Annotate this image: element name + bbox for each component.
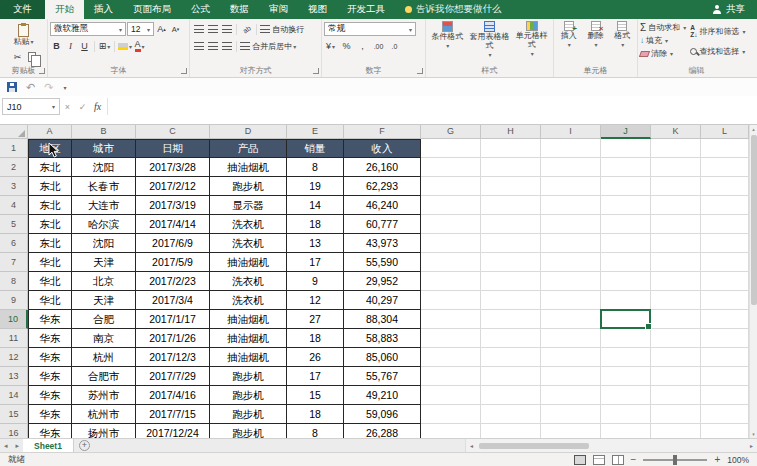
cell-D11[interactable]: 抽油烟机 (210, 329, 287, 348)
cell-J1[interactable] (601, 139, 651, 158)
cell-F2[interactable]: 26,160 (344, 158, 421, 177)
cell-H10[interactable] (481, 310, 541, 329)
cell-J16[interactable] (601, 424, 651, 438)
cell-E10[interactable]: 27 (287, 310, 344, 329)
cell-A2[interactable]: 东北 (28, 158, 72, 177)
clipboard-dialog-launcher-icon[interactable] (39, 68, 45, 74)
cell-I4[interactable] (541, 196, 601, 215)
cell-J2[interactable] (601, 158, 651, 177)
cell-K3[interactable] (651, 177, 701, 196)
cell-D12[interactable]: 抽油烟机 (210, 348, 287, 367)
cell-B14[interactable]: 苏州市 (72, 386, 136, 405)
row-header-13[interactable]: 13 (0, 367, 28, 386)
cell-styles-button[interactable]: 单元格样式▾ (513, 21, 551, 57)
column-header-G[interactable]: G (421, 125, 481, 139)
tell-me-box[interactable]: 告诉我你想要做什么 (395, 0, 512, 19)
cell-J3[interactable] (601, 177, 651, 196)
cell-G9[interactable] (421, 291, 481, 310)
cell-F12[interactable]: 85,060 (344, 348, 421, 367)
row-header-2[interactable]: 2 (0, 158, 28, 177)
scroll-down-icon[interactable]: ▾ (750, 431, 757, 437)
row-header-4[interactable]: 4 (0, 196, 28, 215)
cell-H7[interactable] (481, 253, 541, 272)
cell-I11[interactable] (541, 329, 601, 348)
cell-D7[interactable]: 抽油烟机 (210, 253, 287, 272)
cell-B9[interactable]: 天津 (72, 291, 136, 310)
cell-D4[interactable]: 显示器 (210, 196, 287, 215)
cell-A15[interactable]: 华东 (28, 405, 72, 424)
format-cells-button[interactable]: 格式▾ (609, 21, 635, 48)
column-header-I[interactable]: I (541, 125, 601, 139)
cell-E7[interactable]: 17 (287, 253, 344, 272)
cell-E4[interactable]: 14 (287, 196, 344, 215)
cell-A4[interactable]: 东北 (28, 196, 72, 215)
cell-J5[interactable] (601, 215, 651, 234)
cell-L14[interactable] (701, 386, 749, 405)
align-center-icon[interactable] (206, 39, 219, 53)
cell-F3[interactable]: 62,293 (344, 177, 421, 196)
cell-A5[interactable]: 东北 (28, 215, 72, 234)
sort-filter-button[interactable]: AZ↓排序和筛选▾ (690, 21, 745, 41)
cell-C13[interactable]: 2017/7/29 (136, 367, 210, 386)
column-header-F[interactable]: F (344, 125, 421, 139)
cell-B3[interactable]: 长春市 (72, 177, 136, 196)
cell-J7[interactable] (601, 253, 651, 272)
cell-H11[interactable] (481, 329, 541, 348)
cell-L3[interactable] (701, 177, 749, 196)
cell-F9[interactable]: 40,297 (344, 291, 421, 310)
cell-E1[interactable]: 销量 (287, 139, 344, 158)
cell-I13[interactable] (541, 367, 601, 386)
cell-A6[interactable]: 东北 (28, 234, 72, 253)
cell-D15[interactable]: 跑步机 (210, 405, 287, 424)
vertical-scroll-thumb[interactable] (751, 135, 757, 305)
cell-F15[interactable]: 59,096 (344, 405, 421, 424)
cell-B10[interactable]: 合肥 (72, 310, 136, 329)
cell-G11[interactable] (421, 329, 481, 348)
fill-button[interactable]: ↓填充▾ (640, 34, 686, 47)
number-format-combobox[interactable]: 常规▾ (324, 22, 416, 36)
cell-E8[interactable]: 9 (287, 272, 344, 291)
cell-D16[interactable]: 跑步机 (210, 424, 287, 438)
alignment-dialog-launcher-icon[interactable] (313, 68, 319, 74)
paste-button[interactable]: 粘贴▾ (13, 21, 33, 49)
wrap-text-button[interactable]: 自动换行 (260, 24, 304, 35)
page-layout-view-icon[interactable] (593, 455, 605, 465)
cell-L6[interactable] (701, 234, 749, 253)
row-header-1[interactable]: 1 (0, 139, 28, 158)
cell-I7[interactable] (541, 253, 601, 272)
cell-K16[interactable] (651, 424, 701, 438)
cell-G16[interactable] (421, 424, 481, 438)
cell-H15[interactable] (481, 405, 541, 424)
normal-view-icon[interactable] (574, 455, 586, 465)
cell-I16[interactable] (541, 424, 601, 438)
column-header-H[interactable]: H (481, 125, 541, 139)
cell-L16[interactable] (701, 424, 749, 438)
zoom-level[interactable]: 100% (727, 455, 749, 465)
cell-L12[interactable] (701, 348, 749, 367)
delete-cells-button[interactable]: × 删除▾ (583, 21, 609, 48)
cell-G14[interactable] (421, 386, 481, 405)
row-header-15[interactable]: 15 (0, 405, 28, 424)
cell-E13[interactable]: 17 (287, 367, 344, 386)
cell-C2[interactable]: 2017/3/28 (136, 158, 210, 177)
underline-button[interactable]: U (78, 39, 91, 53)
cell-I1[interactable] (541, 139, 601, 158)
column-header-A[interactable]: A (28, 125, 72, 139)
cell-A8[interactable]: 华北 (28, 272, 72, 291)
cell-A12[interactable]: 华东 (28, 348, 72, 367)
zoom-out-button[interactable]: − (631, 455, 637, 465)
font-name-combobox[interactable]: 微软雅黑▾ (50, 22, 126, 36)
cell-I6[interactable] (541, 234, 601, 253)
cell-J6[interactable] (601, 234, 651, 253)
align-right-icon[interactable] (220, 39, 233, 53)
cell-K8[interactable] (651, 272, 701, 291)
cell-D1[interactable]: 产品 (210, 139, 287, 158)
horizontal-scrollbar[interactable]: ◂ ▸ (465, 439, 757, 452)
cell-G8[interactable] (421, 272, 481, 291)
cell-D2[interactable]: 抽油烟机 (210, 158, 287, 177)
cell-F4[interactable]: 46,240 (344, 196, 421, 215)
cell-I2[interactable] (541, 158, 601, 177)
row-header-11[interactable]: 11 (0, 329, 28, 348)
scroll-left-icon[interactable]: ◂ (466, 442, 477, 449)
cell-F16[interactable]: 26,288 (344, 424, 421, 438)
